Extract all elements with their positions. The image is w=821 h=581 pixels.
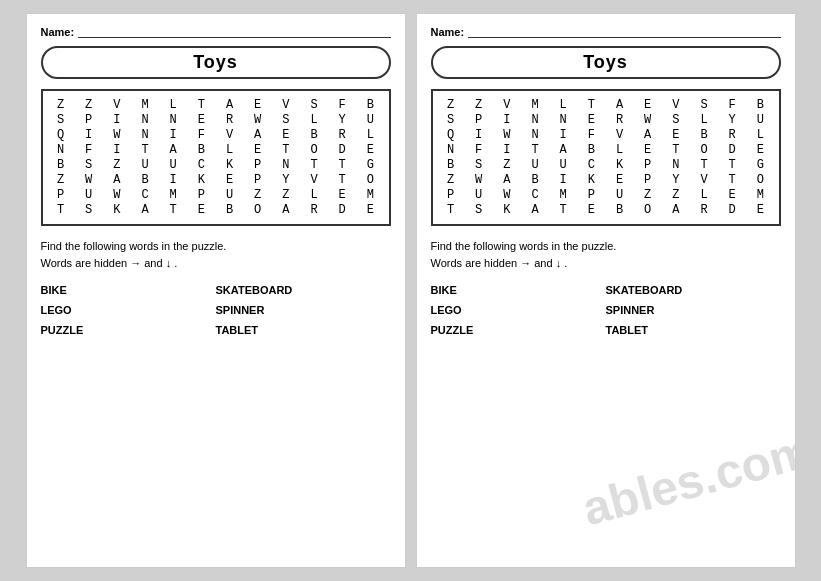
grid-cell-5-2: A xyxy=(497,173,517,187)
grid-cell-7-3: A xyxy=(525,203,545,217)
grid-cell-5-1: W xyxy=(79,173,99,187)
grid-cell-7-8: A xyxy=(666,203,686,217)
worksheet-left: Name:ToysZZVMLTAEVSFBSPINNERWSLYUQIWNIFV… xyxy=(26,13,406,568)
grid-cell-5-10: T xyxy=(722,173,742,187)
grid-row-3: NFITABLETODE xyxy=(51,143,381,157)
grid-cell-7-11: E xyxy=(360,203,380,217)
grid-cell-0-0: Z xyxy=(441,98,461,112)
grid-cell-2-3: N xyxy=(135,128,155,142)
grid-cell-0-6: A xyxy=(220,98,240,112)
grid-cell-0-11: B xyxy=(750,98,770,112)
grid-cell-4-9: T xyxy=(694,158,714,172)
grid-cell-6-9: L xyxy=(694,188,714,202)
grid-cell-4-0: B xyxy=(51,158,71,172)
word-right-1: SPINNER xyxy=(606,301,781,321)
grid-cell-5-0: Z xyxy=(441,173,461,187)
grid-cell-1-6: R xyxy=(220,113,240,127)
grid-cell-4-5: C xyxy=(191,158,211,172)
grid-cell-7-2: K xyxy=(107,203,127,217)
grid-cell-0-5: T xyxy=(191,98,211,112)
grid-cell-7-2: K xyxy=(497,203,517,217)
grid-cell-2-8: E xyxy=(276,128,296,142)
grid-cell-7-0: T xyxy=(51,203,71,217)
word-right-2: TABLET xyxy=(216,321,391,341)
name-label: Name: xyxy=(41,26,75,38)
grid-cell-6-11: M xyxy=(750,188,770,202)
grid-row-4: BSZUUCKPNTTG xyxy=(51,158,381,172)
grid-cell-0-0: Z xyxy=(51,98,71,112)
grid-cell-1-11: U xyxy=(360,113,380,127)
grid-cell-2-2: W xyxy=(497,128,517,142)
grid-cell-3-3: T xyxy=(135,143,155,157)
grid-cell-1-11: U xyxy=(750,113,770,127)
grid-cell-5-4: I xyxy=(553,173,573,187)
grid-cell-2-7: A xyxy=(638,128,658,142)
grid-cell-3-10: D xyxy=(332,143,352,157)
word-left-0: BIKE xyxy=(41,281,216,301)
grid-cell-0-6: A xyxy=(610,98,630,112)
name-label: Name: xyxy=(431,26,465,38)
grid-cell-4-11: G xyxy=(750,158,770,172)
grid-cell-2-11: L xyxy=(750,128,770,142)
grid-row-6: PUWCMPUZZLEM xyxy=(441,188,771,202)
grid-cell-7-11: E xyxy=(750,203,770,217)
page-container: Name:ToysZZVMLTAEVSFBSPINNERWSLYUQIWNIFV… xyxy=(0,0,821,581)
grid-cell-6-0: P xyxy=(51,188,71,202)
grid-cell-4-4: U xyxy=(553,158,573,172)
word-right-0: SKATEBOARD xyxy=(216,281,391,301)
grid-cell-6-4: M xyxy=(553,188,573,202)
name-line: Name: xyxy=(41,26,391,38)
worksheet-title: Toys xyxy=(431,46,781,79)
grid-cell-2-4: I xyxy=(163,128,183,142)
grid-cell-2-4: I xyxy=(553,128,573,142)
grid-row-2: QIWNIFVAEBRL xyxy=(441,128,771,142)
grid-cell-6-5: P xyxy=(581,188,601,202)
grid-cell-1-0: S xyxy=(51,113,71,127)
grid-row-4: BSZUUCKPNTTG xyxy=(441,158,771,172)
grid-cell-2-5: F xyxy=(581,128,601,142)
grid-cell-4-5: C xyxy=(581,158,601,172)
grid-cell-4-2: Z xyxy=(107,158,127,172)
grid-cell-7-10: D xyxy=(332,203,352,217)
name-input-line[interactable] xyxy=(468,26,780,38)
grid-cell-5-7: P xyxy=(248,173,268,187)
grid-cell-0-1: Z xyxy=(469,98,489,112)
grid-cell-4-10: T xyxy=(332,158,352,172)
grid-cell-7-6: B xyxy=(610,203,630,217)
grid-cell-5-5: K xyxy=(581,173,601,187)
grid-cell-4-9: T xyxy=(304,158,324,172)
grid-cell-0-10: F xyxy=(332,98,352,112)
grid-row-5: ZWABIKEPYVTO xyxy=(441,173,771,187)
grid-cell-3-9: O xyxy=(304,143,324,157)
grid-cell-7-4: T xyxy=(553,203,573,217)
grid-cell-4-8: N xyxy=(666,158,686,172)
grid-cell-3-7: E xyxy=(248,143,268,157)
grid-cell-7-9: R xyxy=(304,203,324,217)
grid-cell-6-8: Z xyxy=(666,188,686,202)
grid-cell-6-2: W xyxy=(107,188,127,202)
grid-cell-4-0: B xyxy=(441,158,461,172)
grid-cell-2-10: R xyxy=(722,128,742,142)
grid-cell-0-11: B xyxy=(360,98,380,112)
word-left-2: PUZZLE xyxy=(41,321,216,341)
grid-cell-1-10: Y xyxy=(332,113,352,127)
name-input-line[interactable] xyxy=(78,26,390,38)
grid-cell-2-3: N xyxy=(525,128,545,142)
grid-cell-3-9: O xyxy=(694,143,714,157)
grid-cell-5-4: I xyxy=(163,173,183,187)
grid-cell-1-2: I xyxy=(497,113,517,127)
grid-cell-4-6: K xyxy=(610,158,630,172)
grid-row-7: TSKATEBOARDE xyxy=(441,203,771,217)
grid-cell-1-3: N xyxy=(135,113,155,127)
grid-row-0: ZZVMLTAEVSFB xyxy=(441,98,771,112)
grid-row-2: QIWNIFVAEBRL xyxy=(51,128,381,142)
grid-cell-5-9: V xyxy=(694,173,714,187)
grid-cell-6-8: Z xyxy=(276,188,296,202)
grid-cell-1-0: S xyxy=(441,113,461,127)
grid-row-0: ZZVMLTAEVSFB xyxy=(51,98,381,112)
grid-cell-4-1: S xyxy=(469,158,489,172)
grid-cell-0-9: S xyxy=(304,98,324,112)
grid-cell-0-8: V xyxy=(666,98,686,112)
grid-cell-7-3: A xyxy=(135,203,155,217)
grid-row-3: NFITABLETODE xyxy=(441,143,771,157)
